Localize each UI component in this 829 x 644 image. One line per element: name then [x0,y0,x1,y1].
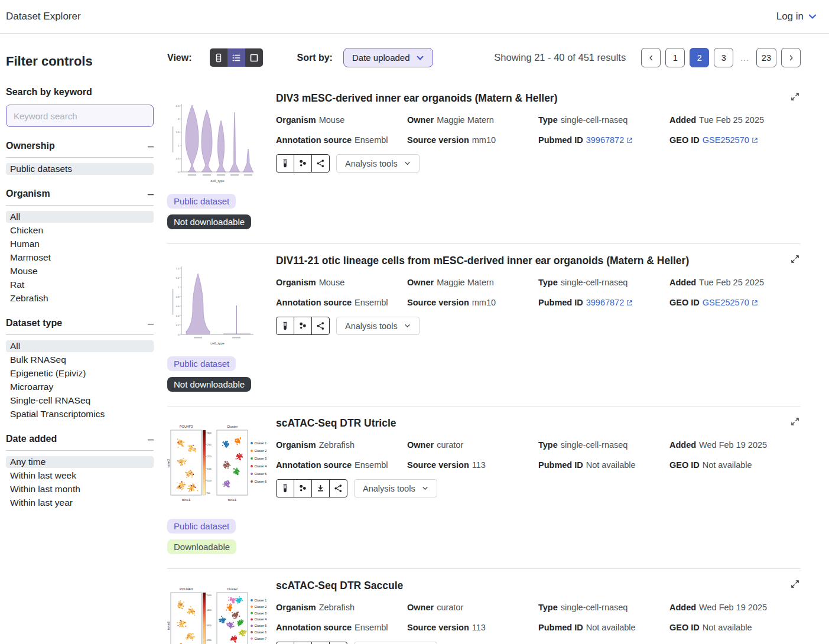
clustering-button[interactable] [294,317,312,335]
dataset-thumbnail[interactable]: POU4F3 Cluster 50100150200250300Cluster … [167,422,276,513]
pubmed-link[interactable]: 39967872 [586,298,625,307]
share-button[interactable] [329,479,347,497]
dataset-title: scATAC-Seq DTR Saccule [276,580,801,592]
clustering-button[interactable] [294,479,312,497]
table-view-icon [214,53,223,63]
card-view-button[interactable] [245,48,263,67]
filter-option-all[interactable]: All [6,211,154,223]
previous-page-button[interactable] [641,48,661,67]
geo-link[interactable]: GSE252570 [703,135,749,145]
pubmed-link[interactable]: 39967872 [586,135,625,145]
clustering-button[interactable] [294,154,312,173]
analysis-tools-button[interactable]: Analysis tools [336,154,420,173]
expand-button[interactable] [789,578,801,591]
filter-option-bulk-rnaseq[interactable]: Bulk RNASeq [6,354,154,366]
tsne-plot-thumbnail: POU4F3 Cluster 50100150200250300Cluster … [167,422,268,510]
field-type: Typesingle-cell-rnaseq [538,115,669,125]
field-annotation-source: Annotation sourceEnsembl [276,460,407,470]
list-view-icon [232,53,241,63]
share-button[interactable] [311,317,330,335]
dataset-thumbnail[interactable]: POU4F3 Cluster 100200300400500Cluster 1C… [167,584,276,644]
svg-text:Cluster 3: Cluster 3 [255,457,267,460]
view-toggle-group [210,48,263,67]
field-type: Typesingle-cell-rnaseq [538,440,669,450]
svg-text:0.8: 0.8 [176,295,180,298]
analysis-tools-button[interactable]: Analysis tools [336,317,420,335]
sort-dropdown[interactable]: Date uploaded [343,48,433,67]
share-button[interactable] [329,642,347,644]
page-button-2-active[interactable]: 2 [690,48,709,67]
sample-info-button[interactable] [276,479,294,497]
sample-info-button[interactable] [276,154,294,173]
dataset-thumbnail[interactable]: 1.41.210.80.60.40.20 cell_type [167,259,276,350]
dataset-card: 2.521.510.50 [167,82,801,243]
svg-text:1.4: 1.4 [176,267,180,270]
dataset-thumbnail[interactable]: 2.521.510.50 [167,97,276,188]
filter-option-marmoset[interactable]: Marmoset [6,252,154,264]
dataset-card: 1.41.210.80.60.40.20 cell_type [167,243,801,406]
card-view-icon [249,53,259,63]
share-icon [316,159,325,168]
share-button[interactable] [311,154,330,173]
collapse-minus-icon[interactable]: – [148,318,154,328]
filter-option-within-last-year[interactable]: Within last year [6,497,154,509]
dataset-card: POU4F3 Cluster 100200300400500Cluster 1C… [167,568,801,644]
app-title: Dataset Explorer [6,11,81,22]
download-button[interactable] [311,479,330,497]
collapse-minus-icon[interactable]: – [148,141,154,151]
keyword-search-input[interactable] [6,105,154,127]
filter-option-rat[interactable]: Rat [6,279,154,291]
filter-option-human[interactable]: Human [6,238,154,250]
field-organism: OrganismMouse [276,278,407,287]
field-geo-id: GEO IDGSE252570 [669,135,801,145]
page-button-23[interactable]: 23 [756,48,776,67]
search-label: Search by keyword [6,87,154,97]
filter-option-epigenetic[interactable]: Epigenetic (Epiviz) [6,367,154,379]
tag-downloadable: Downloadable [167,539,236,554]
external-link-icon [626,137,633,144]
page-button-3[interactable]: 3 [714,48,733,67]
filter-option-public-datasets[interactable]: Public datasets [6,163,154,175]
analysis-tools-button[interactable]: Analysis tools [354,479,437,497]
list-view-button[interactable] [227,48,245,67]
filter-option-any-time[interactable]: Any time [6,456,154,468]
geo-link[interactable]: GSE252570 [703,298,749,307]
expand-icon [791,255,799,264]
expand-button[interactable] [789,91,801,104]
filter-option-mouse[interactable]: Mouse [6,265,154,277]
svg-text:POU4F3: POU4F3 [180,425,193,428]
filter-option-within-last-week[interactable]: Within last week [6,470,154,482]
sample-info-button[interactable] [276,317,294,335]
table-view-button[interactable] [210,48,227,67]
svg-text:300: 300 [207,431,212,434]
svg-text:Cluster 1: Cluster 1 [255,599,267,602]
filter-option-all[interactable]: All [6,340,154,352]
analysis-tools-button[interactable]: Analysis tools [354,642,437,644]
page-button-1[interactable]: 1 [665,48,685,67]
clustering-button[interactable] [294,642,312,644]
filter-option-chicken[interactable]: Chicken [6,225,154,236]
filter-option-within-last-month[interactable]: Within last month [6,483,154,495]
section-label: Dataset type [6,318,62,328]
login-button[interactable]: Log in [776,11,817,22]
sample-info-button[interactable] [276,642,294,644]
svg-text:Cluster 6: Cluster 6 [255,630,267,634]
collapse-minus-icon[interactable]: – [148,188,154,199]
svg-text:1.5: 1.5 [176,131,180,134]
divider [6,157,154,158]
next-page-button[interactable] [781,48,801,67]
filter-option-microarray[interactable]: Microarray [6,381,154,393]
test-tube-icon [281,159,290,168]
download-button[interactable] [311,642,330,644]
filter-option-spatial-transcriptomics[interactable]: Spatial Transcriptomics [6,408,154,420]
expand-button[interactable] [789,253,801,266]
expand-button[interactable] [789,416,801,429]
download-icon [316,484,325,493]
dataset-title: scATAC-Seq DTR Utricle [276,417,801,430]
collapse-minus-icon[interactable]: – [148,434,154,444]
filter-option-single-cell-rnaseq[interactable]: Single-cell RNASeq [6,395,154,406]
svg-text:Cluster 5: Cluster 5 [255,624,267,627]
svg-text:tsne2: tsne2 [167,458,170,467]
filter-option-zebrafish[interactable]: Zebrafish [6,292,154,304]
field-owner: OwnerMaggie Matern [407,278,538,287]
